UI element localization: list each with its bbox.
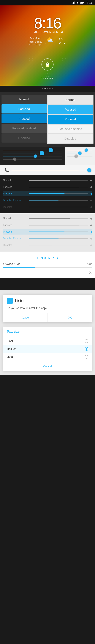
lock-temp: -5°C -2° | -1° [58, 36, 67, 45]
dialog-title: Listen [15, 298, 25, 303]
dot-1 [42, 88, 43, 89]
seekbar-dark-focused-track[interactable] [29, 187, 88, 187]
text-size-section: Text size Small Medium Large [0, 326, 95, 375]
text-size-options: Small Medium Large [3, 336, 92, 362]
seekbar-dark-focused-label: Focused [3, 186, 27, 188]
text-size-large-radio[interactable] [85, 355, 88, 358]
seekbar-light-section: Normal ◀ Focused ◀ Pressed ◀ Disabled Fo… [0, 213, 95, 252]
progress-close-button[interactable]: ✕ [89, 270, 92, 275]
text-size-header: Text size [3, 326, 92, 336]
seekbar-dark-normal-fill [29, 180, 70, 181]
slider-row-2 [3, 153, 62, 154]
seekbar-light-pressed-arrow: ◀ [90, 230, 92, 234]
lock-icon[interactable] [41, 58, 54, 70]
slider-thumb-1[interactable] [49, 148, 53, 152]
slider-track-1[interactable] [3, 150, 62, 150]
svg-point-5 [78, 4, 78, 4]
text-size-option-medium[interactable]: Medium [3, 345, 92, 353]
seekbar-light-pressed-label: Pressed [3, 230, 27, 233]
slider-row-3 [3, 156, 62, 156]
lock-temp-value: -5°C [58, 36, 67, 41]
lock-city: Brantford [28, 36, 42, 40]
slider-light-thumb-1[interactable] [85, 148, 88, 152]
seekbar-light-disabled-focused-fill [29, 238, 59, 239]
btn-light-focused[interactable]: Focused [48, 105, 93, 114]
btn-dark-disabled: Disabled [1, 134, 47, 142]
text-size-option-large[interactable]: Large [3, 353, 92, 361]
seekbar-light-pressed-track[interactable] [29, 232, 88, 232]
btn-light-disabled: Disabled [48, 134, 93, 143]
sliders-light-panel [65, 147, 95, 165]
seekbar-light-disabled-track [29, 245, 88, 246]
dark-spacer [0, 278, 95, 290]
lock-screen: 8:16 TUE, NOVEMBER 13 Brantford Partly C… [0, 6, 95, 86]
phone-slider-track[interactable] [11, 170, 91, 170]
seekbar-dark-pressed-track[interactable] [29, 194, 88, 194]
dialog-ok-button[interactable]: OK [48, 314, 92, 322]
phone-slider-fill [11, 170, 79, 170]
btn-dark-focused-disabled: Focused disabled [1, 124, 47, 133]
slider-track-4[interactable] [3, 159, 62, 160]
seekbar-light-disabled-row: Disabled ◀ [3, 242, 92, 248]
progress-bar-fill [3, 267, 35, 268]
dot-5 [52, 88, 53, 89]
seekbar-dark-disabled-focused-label: Disabled Focused [3, 199, 27, 202]
progress-title: PROGRESS [3, 256, 92, 260]
slider-light-row-1 [67, 150, 93, 150]
text-size-small-radio[interactable] [85, 339, 88, 343]
phone-slider-thumb[interactable] [87, 168, 91, 172]
seekbar-light-pressed-row: Pressed ◀ [3, 229, 92, 234]
slider-thumb-3[interactable] [34, 154, 37, 158]
buttons-col-dark: Normal Focused Pressed Focused disabled … [1, 95, 47, 144]
seekbar-dark-disabled-fill [29, 207, 52, 207]
lock-weather-icon: ⛅ [46, 36, 53, 43]
slider-thumb-2[interactable] [40, 151, 44, 156]
lock-weather: Brantford Partly Cloudy 10 minutes ago ⛅… [28, 36, 67, 46]
slider-track-3[interactable] [3, 156, 62, 156]
seekbar-light-focused-track[interactable] [29, 225, 88, 226]
seekbar-light-disabled-focused-row: Disabled Focused ◀ [3, 236, 92, 241]
btn-dark-focused[interactable]: Focused [1, 104, 47, 114]
text-size-cancel-button[interactable]: Cancel [3, 362, 92, 371]
slider-track-2[interactable] [3, 153, 62, 154]
page-dots [0, 86, 95, 92]
slider-light-track-1[interactable] [67, 150, 93, 150]
seekbar-dark-normal-track[interactable] [29, 180, 88, 181]
seekbar-light-focused-fill [29, 225, 80, 226]
signal-icon [72, 2, 75, 4]
seekbar-light-disabled-fill [29, 245, 52, 246]
lock-carrier: CARRIER [41, 77, 54, 80]
battery-icon [80, 2, 84, 4]
status-bar: 8:16 [0, 0, 95, 6]
seekbar-light-disabled-focused-track [29, 238, 88, 239]
svg-rect-4 [74, 2, 75, 4]
lock-time: 8:16 [34, 14, 61, 32]
btn-light-normal[interactable]: Normal [48, 95, 93, 104]
slider-thumb-4[interactable] [13, 158, 16, 161]
seekbar-light-normal-track[interactable] [29, 218, 88, 219]
dialog-actions: Cancel OK [3, 313, 92, 322]
dialog-body: Do you want to uninstall this app? [3, 306, 92, 313]
progress-file-size: 2.16MB/5.12MB [3, 263, 20, 266]
slider-light-track-3[interactable] [67, 156, 93, 156]
sliders-dark-panel [0, 147, 65, 165]
seekbar-dark-disabled-arrow: ◀ [90, 205, 92, 209]
btn-light-pressed[interactable]: Pressed [48, 115, 93, 124]
progress-bar-container [3, 267, 92, 268]
text-size-option-small[interactable]: Small [3, 337, 92, 345]
slider-light-track-2[interactable] [67, 153, 93, 154]
seekbar-dark-disabled-focused-track [29, 200, 88, 201]
svg-rect-0 [72, 3, 72, 4]
text-size-medium-radio[interactable] [85, 347, 88, 351]
seekbar-dark-pressed-label: Pressed [3, 192, 27, 195]
text-size-dialog: Text size Small Medium Large [3, 326, 92, 371]
slider-light-thumb-2[interactable] [78, 152, 82, 155]
lock-condition: Partly Cloudy [28, 40, 42, 44]
btn-dark-pressed[interactable]: Pressed [1, 114, 47, 123]
seekbar-light-normal-row: Normal ◀ [3, 216, 92, 221]
btn-dark-normal[interactable]: Normal [1, 95, 47, 104]
dialog-cancel-button[interactable]: Cancel [3, 314, 48, 322]
svg-rect-1 [73, 2, 73, 4]
seekbar-dark-normal-row: Normal ◀ [3, 178, 92, 183]
slider-light-thumb-3[interactable] [75, 154, 78, 158]
